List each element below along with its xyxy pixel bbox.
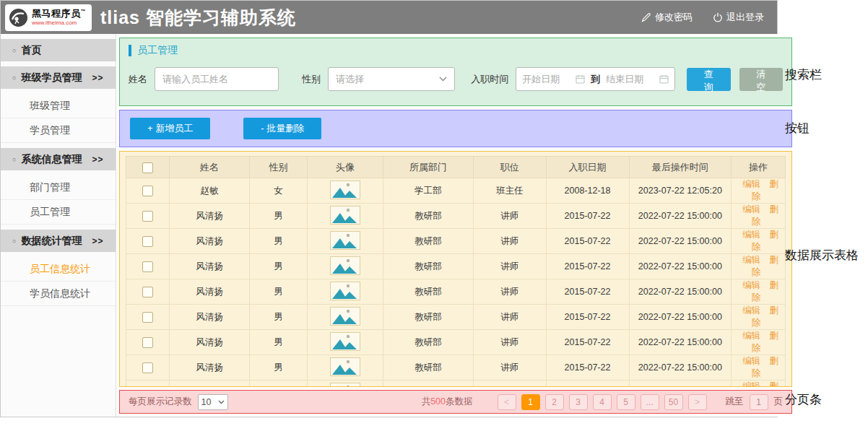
logout-button[interactable]: 退出登录 — [713, 11, 764, 24]
column-header-gender: 性别 — [249, 157, 307, 178]
sidebar-item-label: 学员管理 — [30, 124, 70, 137]
table-section: 姓名 性别 头像 所属部门 职位 入职日期 最后操作时间 操作 赵敏 — [119, 151, 792, 387]
edit-link[interactable]: 编辑 — [742, 204, 760, 214]
cell-name: 风清扬 — [170, 229, 249, 254]
annotation-pagination: 分页条 — [785, 391, 822, 408]
query-button[interactable]: 查询 — [687, 68, 730, 91]
row-checkbox[interactable] — [142, 211, 153, 222]
column-header-name: 姓名 — [170, 157, 249, 178]
page-size-value: 10 — [201, 397, 212, 407]
page-button-4[interactable]: 4 — [593, 394, 612, 410]
add-employee-button[interactable]: + 新增员工 — [130, 118, 210, 139]
cell-last-operation: 2022-07-22 15:00:00 — [629, 254, 732, 279]
sidebar-item-label: 部门管理 — [30, 181, 70, 194]
cell-last-operation: 2022-07-22 15:00:00 — [629, 305, 732, 330]
select-all-checkbox[interactable] — [142, 162, 153, 173]
edit-link[interactable]: 编辑 — [742, 381, 760, 387]
prev-page-button[interactable]: < — [498, 394, 516, 410]
column-header-department: 所属部门 — [383, 157, 474, 178]
expand-arrow-icon: >> — [92, 236, 103, 246]
app-title: tlias 智能学习辅助系统 — [100, 6, 296, 30]
start-date-placeholder: 开始日期 — [522, 73, 571, 86]
column-header-entry-date: 入职日期 — [546, 157, 629, 178]
row-checkbox[interactable] — [142, 186, 153, 196]
cell-position: 讲师 — [474, 330, 546, 355]
page-button-2[interactable]: 2 — [545, 394, 564, 410]
edit-link[interactable]: 编辑 — [742, 305, 760, 316]
employee-table-body: 赵敏 女 学工部 班主任 2008-12-18 2023-07-22 12:05… — [126, 178, 786, 388]
sidebar-item-部门管理[interactable]: 部门管理 — [1, 175, 116, 200]
cell-actions: 编辑删除 — [732, 204, 786, 229]
cell-actions: 编辑删除 — [732, 381, 786, 388]
sidebar-item-员工信息统计[interactable]: 员工信息统计 — [1, 257, 116, 282]
row-checkbox[interactable] — [142, 362, 153, 373]
jump-page-input[interactable] — [750, 394, 768, 410]
row-checkbox[interactable] — [142, 236, 153, 247]
main-content: 员工管理 姓名 性别 请选择 入职时间 — [116, 34, 796, 417]
row-checkbox[interactable] — [142, 312, 153, 323]
bullet-icon: ○ — [12, 156, 16, 163]
sidebar-item-系统信息管理[interactable]: ○系统信息管理>> — [1, 148, 116, 170]
sidebar-item-label: 系统信息管理 — [21, 153, 82, 166]
cell-last-operation: 2022-07-22 15:00:00 — [629, 330, 732, 355]
sidebar-item-label: 学员信息统计 — [30, 287, 90, 300]
cell-entry-date: 2015-07-22 — [546, 204, 629, 229]
page-button-1[interactable]: 1 — [521, 394, 540, 410]
annotation-search-bar: 搜索栏 — [785, 66, 822, 83]
clear-button[interactable]: 清空 — [739, 68, 783, 91]
row-checkbox[interactable] — [142, 287, 153, 297]
page-button-50[interactable]: 50 — [664, 394, 683, 410]
entry-date-label: 入职时间 — [471, 73, 508, 86]
edit-link[interactable]: 编辑 — [742, 331, 760, 341]
page-button-3[interactable]: 3 — [569, 394, 588, 410]
sidebar-item-学员信息统计[interactable]: 学员信息统计 — [1, 282, 116, 306]
edit-link[interactable]: 编辑 — [742, 230, 760, 240]
edit-link[interactable]: 编辑 — [742, 255, 760, 265]
page-list: <12345...50> — [498, 394, 707, 410]
sidebar-item-班级管理[interactable]: 班级管理 — [1, 94, 116, 118]
edit-link[interactable]: 编辑 — [742, 280, 760, 290]
cell-position: 班主任 — [474, 178, 546, 204]
cell-last-operation: 2022-07-22 15:00:00 — [629, 279, 732, 305]
table-row: 风清扬 男 教研部 讲师 2015-07-22 2022-07-22 15:00… — [126, 229, 786, 254]
cell-position: 讲师 — [474, 279, 546, 305]
page-button-5[interactable]: 5 — [617, 394, 635, 410]
cell-gender: 男 — [249, 279, 307, 305]
change-password-button[interactable]: 修改密码 — [641, 11, 693, 24]
sidebar-item-学员管理[interactable]: 学员管理 — [1, 118, 116, 143]
entry-date-range-picker[interactable]: 开始日期 到 结束日期 — [516, 67, 675, 91]
cell-department: 教研部 — [383, 254, 474, 279]
row-checkbox[interactable] — [142, 261, 153, 272]
table-row: 风清扬 男 教研部 讲师 2015-07-22 2022-07-22 15:00… — [126, 305, 786, 330]
cell-gender: 男 — [249, 381, 307, 388]
cell-entry-date: 2008-12-18 — [546, 178, 629, 204]
next-page-button[interactable]: > — [688, 394, 707, 410]
table-row: 风清扬 男 教研部 讲师 2015-07-22 2022-07-22 15:00… — [126, 254, 786, 279]
sidebar-item-首页[interactable]: ○首页 — [1, 39, 116, 61]
gender-select[interactable]: 请选择 — [328, 67, 455, 91]
bullet-icon: ○ — [12, 47, 16, 54]
avatar-image — [330, 256, 360, 275]
name-input[interactable] — [155, 67, 279, 91]
sidebar-item-员工管理[interactable]: 员工管理 — [1, 200, 116, 225]
edit-link[interactable]: 编辑 — [742, 356, 760, 366]
cell-position: 讲师 — [474, 254, 546, 279]
sidebar-item-班级学员管理[interactable]: ○班级学员管理>> — [1, 66, 116, 89]
edit-link[interactable]: 编辑 — [742, 179, 760, 189]
avatar-image — [330, 357, 360, 376]
name-label: 姓名 — [129, 73, 147, 86]
cell-department: 教研部 — [383, 305, 474, 330]
sidebar-item-数据统计管理[interactable]: ○数据统计管理>> — [1, 230, 116, 252]
page-button-...[interactable]: ... — [641, 394, 659, 410]
logo-text-block: 黑马程序员™ www.itheima.com — [32, 9, 86, 25]
sidebar-item-label: 员工信息统计 — [30, 263, 90, 276]
page-size-label: 每页展示记录数 — [129, 396, 192, 408]
sidebar-item-label: 首页 — [21, 44, 41, 57]
avatar-image — [330, 307, 360, 326]
brand-url: www.itheima.com — [32, 20, 86, 26]
row-checkbox[interactable] — [142, 337, 153, 348]
cell-name: 风清扬 — [170, 305, 249, 330]
batch-delete-button[interactable]: - 批量删除 — [243, 118, 321, 139]
cell-last-operation: 2022-07-22 15:00:00 — [629, 355, 732, 381]
page-size-select[interactable]: 10 — [198, 394, 228, 410]
